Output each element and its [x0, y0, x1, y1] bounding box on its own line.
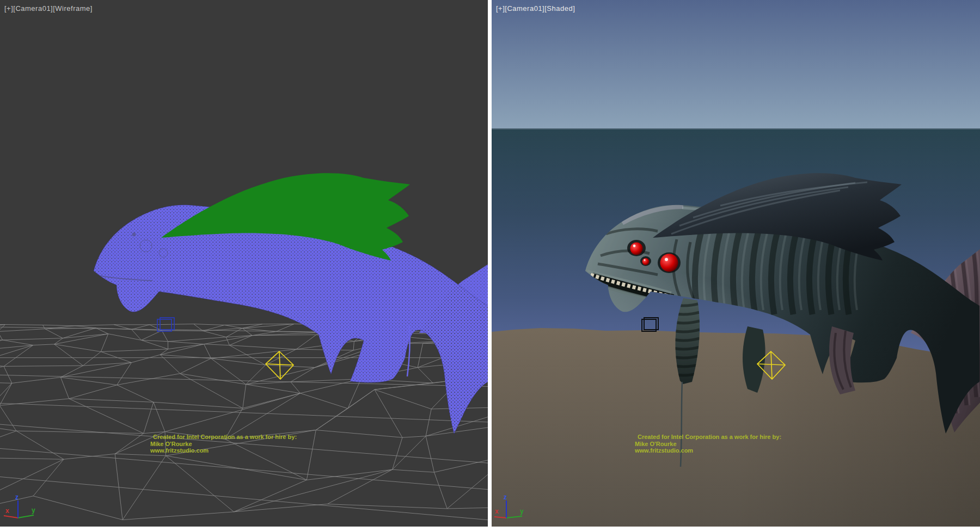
- viewport-shaded[interactable]: [+][Camera01][Shaded] Created for Intel …: [492, 0, 980, 527]
- axis-z-label: z: [504, 493, 507, 501]
- viewport-label-wireframe[interactable]: [+][Camera01][Wireframe]: [4, 4, 93, 13]
- ground-shading: [492, 328, 980, 527]
- credit-line: Created for Intel Corporation as a work …: [153, 434, 297, 441]
- dual-viewport-stage: [+][Camera01][Wireframe] Created for Int…: [0, 0, 980, 532]
- axis-z-label: z: [15, 493, 19, 501]
- viewport-wireframe[interactable]: [+][Camera01][Wireframe] Created for Int…: [0, 0, 488, 527]
- credit-line: Created for Intel Corporation as a work …: [638, 434, 781, 441]
- horizon-line: [492, 128, 980, 129]
- scene-credit-text: Created for Intel Corporation as a work …: [150, 434, 297, 454]
- world-axis-tripod: x y z: [493, 493, 534, 523]
- axis-y-label: y: [32, 506, 35, 514]
- viewport-label-shaded[interactable]: [+][Camera01][Shaded]: [496, 4, 575, 13]
- axis-x-label: x: [5, 507, 9, 515]
- fish-model-wireframe[interactable]: [94, 173, 488, 434]
- scene-credit-text: Created for Intel Corporation as a work …: [635, 434, 781, 454]
- credit-line: Mike O'Rourke: [150, 441, 297, 448]
- axis-y-label: y: [520, 508, 524, 515]
- ground-wireframe-mesh: [0, 324, 488, 523]
- sky: [492, 0, 980, 129]
- credit-line: www.fritzstudio.com: [150, 447, 297, 454]
- world-axis-tripod: x y z: [1, 493, 42, 523]
- credit-line: www.fritzstudio.com: [635, 447, 781, 454]
- axis-x-label: x: [495, 508, 499, 515]
- credit-line: Mike O'Rourke: [635, 441, 781, 448]
